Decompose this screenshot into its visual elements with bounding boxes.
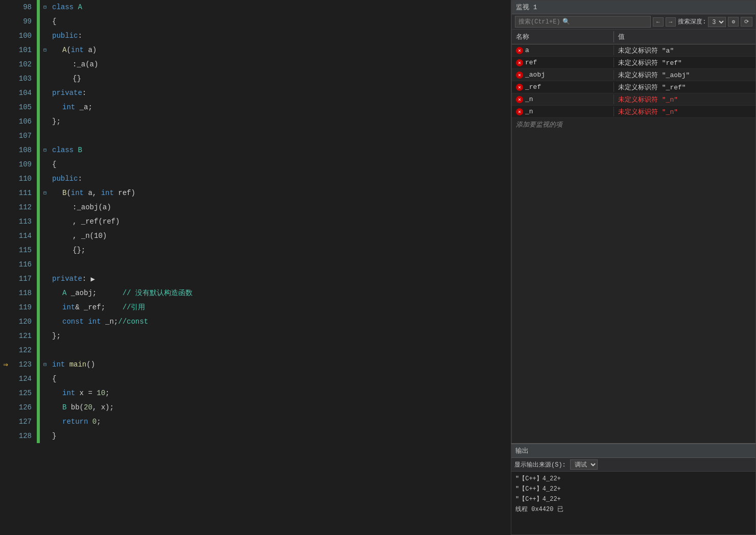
forward-btn[interactable]: → <box>666 17 676 27</box>
token: class <box>52 146 78 154</box>
line-number: 101 <box>11 43 37 57</box>
line-indicator: ⇒ <box>0 357 11 372</box>
code-content: { <box>50 14 511 29</box>
watch-row[interactable]: ✕_n未定义标识符 "_n" <box>512 106 755 118</box>
code-content: int& _ref; //引用 <box>50 300 511 314</box>
code-content: const int _n;//const <box>50 314 511 329</box>
search-box[interactable]: 搜索(Ctrl+E) 🔍 <box>515 16 651 28</box>
token: }; <box>52 332 61 340</box>
watch-row[interactable]: ✕_ref未定义标识符 "_ref" <box>512 81 755 93</box>
code-line: 118A _aobj; // 没有默认构造函数 <box>0 286 511 300</box>
code-line: 119int& _ref; //引用 <box>0 300 511 314</box>
token: return <box>62 418 92 426</box>
line-indicator <box>0 429 11 443</box>
fold-indicator <box>40 400 50 415</box>
code-content: A _aobj; // 没有默认构造函数 <box>50 286 511 300</box>
watch-name-text: _aobj <box>525 71 545 79</box>
token: { <box>52 160 56 168</box>
watch-cell-value: 未定义标识符 "a" <box>614 45 755 56</box>
watch-cell-name: ✕_n <box>512 94 614 104</box>
code-line: 104private: <box>0 86 511 100</box>
line-number: 104 <box>11 86 37 100</box>
add-watch-label[interactable]: 添加要监视的项 <box>512 118 755 131</box>
token: ; <box>97 418 101 426</box>
code-content: B bb(20, x); <box>50 400 511 415</box>
fold-indicator[interactable]: ⊟ <box>40 186 50 200</box>
token: public <box>52 175 78 183</box>
fold-indicator <box>40 200 50 214</box>
line-indicator <box>0 286 11 300</box>
line-indicator <box>0 415 11 429</box>
source-select[interactable]: 调试 <box>570 459 598 470</box>
fold-indicator <box>40 429 50 443</box>
token: { <box>52 17 56 26</box>
code-line: 106}; <box>0 114 511 129</box>
token: :_aobj(a) <box>73 203 111 211</box>
fold-indicator <box>40 100 50 114</box>
token: main <box>69 360 87 369</box>
token: int <box>62 103 75 111</box>
fold-indicator <box>40 129 50 143</box>
watch-row[interactable]: ✕_aobj未定义标识符 "_aobj" <box>512 69 755 81</box>
line-indicator <box>0 114 11 129</box>
watch-cell-value: 未定义标识符 "ref" <box>614 57 755 68</box>
watch-row[interactable]: ✕_n未定义标识符 "_n" <box>512 93 755 106</box>
watch-name-text: _ref <box>525 83 541 91</box>
fold-indicator <box>40 243 50 257</box>
line-indicator <box>0 86 11 100</box>
fold-indicator <box>40 415 50 429</box>
token: private <box>52 89 82 97</box>
depth-select[interactable]: 3 1 2 5 <box>708 17 726 27</box>
fold-indicator[interactable]: ⊟ <box>40 143 50 157</box>
token: ref) <box>114 189 135 197</box>
code-content: }; <box>50 329 511 343</box>
line-number: 123 <box>11 357 37 372</box>
line-indicator <box>0 329 11 343</box>
line-number: 98 <box>11 0 37 14</box>
output-toolbar: 显示输出来源(S): 调试 <box>511 458 755 472</box>
settings-btn[interactable]: ⚙ <box>728 17 739 27</box>
fold-indicator <box>40 57 50 71</box>
line-number: 119 <box>11 300 37 314</box>
token: { <box>52 375 56 383</box>
line-number: 114 <box>11 229 37 243</box>
fold-indicator[interactable]: ⊟ <box>40 0 50 14</box>
token: , _ref(ref) <box>73 217 120 226</box>
token: B <box>62 403 66 411</box>
code-line: 107 <box>0 129 511 143</box>
fold-indicator <box>40 71 50 86</box>
token: {} <box>73 75 81 83</box>
back-btn[interactable]: ← <box>653 17 664 27</box>
line-indicator <box>0 214 11 229</box>
line-number: 116 <box>11 257 37 272</box>
code-content: class B <box>50 143 511 157</box>
code-content: public: <box>50 172 511 186</box>
code-content: int _a; <box>50 100 511 114</box>
fold-indicator[interactable]: ⊟ <box>40 357 50 372</box>
fold-indicator <box>40 257 50 272</box>
search-placeholder-text: 搜索(Ctrl+E) <box>518 17 560 26</box>
token: B <box>78 146 82 154</box>
line-number: 100 <box>11 29 37 43</box>
token: int <box>62 389 75 397</box>
token: : <box>82 275 86 283</box>
token <box>65 360 69 369</box>
token: A <box>62 289 66 297</box>
code-content: , _n(10) <box>50 229 511 243</box>
code-line: 116 <box>0 257 511 272</box>
code-line: 117private: ▶ <box>0 272 511 286</box>
watch-cell-name: ✕_n <box>512 107 614 116</box>
code-line: 109{ <box>0 157 511 172</box>
token: A <box>78 3 82 11</box>
code-content: } <box>50 429 511 443</box>
token: } <box>52 432 56 440</box>
token: int <box>101 189 114 197</box>
watch-row[interactable]: ✕ref未定义标识符 "ref" <box>512 57 755 69</box>
watch-row[interactable]: ✕a未定义标识符 "a" <box>512 44 755 57</box>
fold-indicator[interactable]: ⊟ <box>40 43 50 57</box>
col-name-header: 名称 <box>512 31 614 42</box>
line-indicator <box>0 400 11 415</box>
fold-indicator <box>40 329 50 343</box>
refresh-btn[interactable]: ⟳ <box>741 17 752 27</box>
watch-name-text: ref <box>525 59 537 66</box>
